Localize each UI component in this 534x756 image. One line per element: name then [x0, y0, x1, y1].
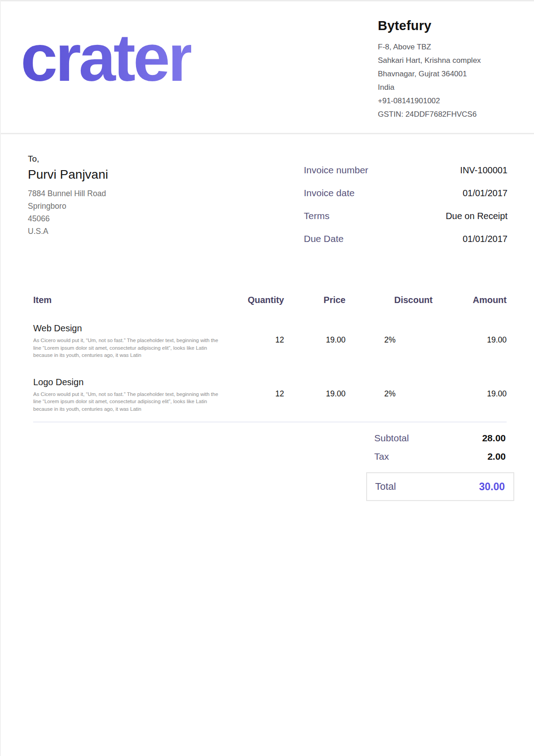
item-cell: Logo Design As Cicero would put it, “Um,…	[33, 377, 233, 413]
customer-address-line: U.S.A	[28, 225, 221, 237]
bill-to-section: To, Purvi Panjvani 7884 Bunnel Hill Road…	[28, 154, 221, 237]
invoice-page: crater Bytefury F-8, Above TBZ Sahkari H…	[0, 0, 534, 756]
item-price: 19.00	[287, 323, 347, 345]
customer-address-line: Springboro	[28, 200, 221, 212]
due-date-value: 01/01/2017	[463, 234, 508, 244]
subtotal-label: Subtotal	[374, 433, 409, 444]
item-price: 19.00	[287, 377, 347, 399]
item-discount: 2%	[347, 323, 433, 345]
company-info: Bytefury F-8, Above TBZ Sahkari Hart, Kr…	[378, 18, 521, 121]
items-table-header: Item Quantity Price Discount Amount	[33, 295, 507, 305]
item-cell: Web Design As Cicero would put it, “Um, …	[33, 323, 233, 359]
tax-value: 2.00	[487, 451, 506, 462]
total-box: Total 30.00	[366, 472, 514, 501]
customer-address-line: 45066	[28, 212, 221, 225]
invoice-date-label: Invoice date	[304, 188, 355, 198]
item-name: Web Design	[33, 323, 233, 334]
item-amount: 19.00	[433, 323, 507, 345]
item-amount: 19.00	[433, 377, 507, 399]
tax-label: Tax	[374, 451, 389, 462]
company-phone: +91-08141901002	[378, 94, 521, 108]
terms-row: Terms Due on Receipt	[304, 211, 508, 233]
subtotal-value: 28.00	[482, 433, 506, 444]
crater-logo: crater	[21, 25, 191, 91]
terms-label: Terms	[304, 211, 329, 221]
subtotal-row: Subtotal 28.00	[366, 433, 514, 444]
company-gstin: GSTIN: 24DDF7682FHVCS6	[378, 108, 521, 121]
invoice-number-row: Invoice number INV-100001	[304, 165, 508, 188]
item-description: As Cicero would put it, “Um, not so fast…	[33, 391, 224, 413]
due-date-label: Due Date	[304, 233, 344, 244]
total-value: 30.00	[479, 481, 505, 493]
item-description: As Cicero would put it, “Um, not so fast…	[33, 337, 224, 359]
column-header-amount: Amount	[433, 295, 507, 305]
table-row: Web Design As Cicero would put it, “Um, …	[33, 323, 507, 359]
column-header-discount: Discount	[347, 295, 433, 305]
company-address-line: F-8, Above TBZ	[378, 40, 521, 54]
terms-value: Due on Receipt	[446, 211, 508, 221]
customer-address-line: 7884 Bunnel Hill Road	[28, 187, 221, 200]
customer-name: Purvi Panjvani	[28, 167, 221, 182]
table-divider	[33, 422, 507, 422]
invoice-date-value: 01/01/2017	[463, 188, 508, 198]
company-address-line: India	[378, 81, 521, 94]
table-row: Logo Design As Cicero would put it, “Um,…	[33, 377, 507, 413]
column-header-price: Price	[287, 295, 347, 305]
total-label: Total	[375, 481, 396, 492]
company-name: Bytefury	[378, 18, 521, 33]
items-table: Item Quantity Price Discount Amount Web …	[33, 295, 507, 422]
due-date-row: Due Date 01/01/2017	[304, 233, 508, 256]
tax-row: Tax 2.00	[366, 451, 514, 462]
company-address-line: Bhavnagar, Gujrat 364001	[378, 67, 521, 81]
invoice-date-row: Invoice date 01/01/2017	[304, 188, 508, 211]
column-header-item: Item	[33, 295, 233, 305]
customer-address: 7884 Bunnel Hill Road Springboro 45066 U…	[28, 187, 221, 237]
company-address-line: Sahkari Hart, Krishna complex	[378, 54, 521, 67]
bill-to-label: To,	[28, 154, 221, 164]
item-name: Logo Design	[33, 377, 233, 387]
item-quantity: 12	[233, 377, 287, 399]
item-discount: 2%	[347, 377, 433, 399]
invoice-number-value: INV-100001	[460, 165, 508, 176]
invoice-meta: Invoice number INV-100001 Invoice date 0…	[304, 165, 508, 256]
item-quantity: 12	[233, 323, 287, 345]
invoice-header: crater Bytefury F-8, Above TBZ Sahkari H…	[1, 1, 534, 134]
invoice-number-label: Invoice number	[304, 165, 368, 176]
column-header-quantity: Quantity	[233, 295, 287, 305]
totals-section: Subtotal 28.00 Tax 2.00 Total 30.00	[366, 430, 514, 501]
